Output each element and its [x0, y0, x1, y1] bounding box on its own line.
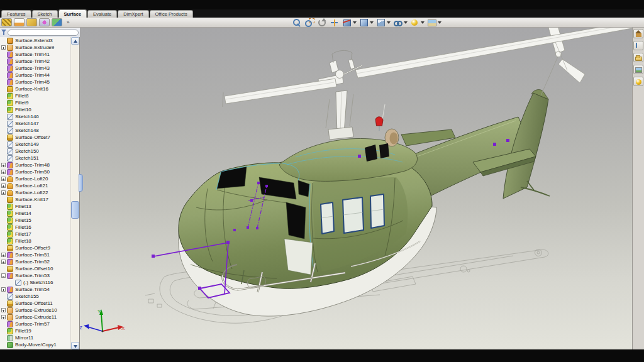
expand-box[interactable]: [1, 45, 6, 50]
design-library-button[interactable]: [633, 41, 643, 50]
rotate-view-button[interactable]: [317, 18, 327, 27]
tree-item--sketch116[interactable]: (-) Sketch116: [0, 279, 71, 286]
tree-item-surface-knit16[interactable]: Surface-Knit16: [0, 85, 71, 92]
tree-item-sketch149[interactable]: Sketch149: [0, 141, 71, 148]
view-orientation-dropdown-arrow[interactable]: [370, 21, 374, 24]
zoom-to-fit-button[interactable]: [292, 18, 302, 27]
scroll-thumb[interactable]: [71, 201, 79, 219]
tree-item-surface-trim50[interactable]: Surface-Trim50: [0, 168, 71, 175]
filter-input[interactable]: [8, 30, 79, 36]
model-canvas[interactable]: Y X Z: [80, 28, 632, 349]
tree-item-surface-trim42[interactable]: Surface-Trim42: [0, 58, 71, 65]
tree-item-surface-loft22[interactable]: Surface-Loft22: [0, 189, 71, 196]
tree-item-surface-trim52[interactable]: Surface-Trim52: [0, 258, 71, 265]
tree-item-surface-trim51[interactable]: Surface-Trim51: [0, 251, 71, 258]
file-explorer-button[interactable]: [633, 53, 643, 62]
hide-show-items-button[interactable]: [393, 18, 408, 27]
tree-item-surface-extrude10[interactable]: Surface-Extrude10: [0, 307, 71, 314]
tree-item-surface-offset9[interactable]: Surface-Offset9: [0, 244, 71, 251]
beacon-light[interactable]: [375, 104, 385, 131]
expand-box[interactable]: [1, 190, 6, 195]
tree-item-sketch150[interactable]: Sketch150: [0, 148, 71, 155]
apply-scene-button[interactable]: [427, 18, 441, 27]
tree-item-surface-trim54[interactable]: Surface-Trim54: [0, 286, 71, 293]
expand-box[interactable]: [1, 253, 6, 257]
apply-scene-dropdown-arrow[interactable]: [438, 21, 441, 24]
rotor-mast[interactable]: [326, 90, 353, 140]
tree-item-sketch146[interactable]: Sketch146: [0, 113, 71, 120]
tree-item-surface-offset7[interactable]: Surface-Offset7: [0, 134, 71, 141]
tree-item-fillet13[interactable]: Fillet13: [0, 203, 71, 210]
tree-item-surface-loft20[interactable]: Surface-Loft20: [0, 175, 71, 182]
tree-item-fillet8[interactable]: Fillet8: [0, 92, 71, 99]
display-style-dropdown-arrow[interactable]: [387, 21, 391, 24]
edit-appearance-button[interactable]: [410, 18, 425, 27]
tab-evaluate[interactable]: Evaluate: [87, 10, 117, 18]
tree-item-fillet10[interactable]: Fillet10: [0, 106, 71, 113]
pan-button[interactable]: [330, 18, 340, 27]
expand-box[interactable]: [1, 315, 6, 319]
expand-box[interactable]: [1, 184, 6, 188]
tree-item-surface-trim57[interactable]: Surface-Trim57: [0, 321, 71, 327]
tree-item-fillet15[interactable]: Fillet15: [0, 217, 71, 224]
tree-item-surface-trim45[interactable]: Surface-Trim45: [0, 79, 71, 85]
display-style-button[interactable]: [376, 18, 391, 27]
expand-box[interactable]: [1, 170, 6, 174]
tree-item-surface-trim44[interactable]: Surface-Trim44: [0, 72, 71, 79]
expand-box[interactable]: [1, 287, 6, 292]
view-palette-button[interactable]: [633, 65, 643, 74]
tree-item-surface-trim41[interactable]: Surface-Trim41: [0, 51, 71, 58]
expand-box[interactable]: [1, 177, 6, 181]
expand-box[interactable]: [1, 163, 6, 167]
tree-item-surface-extrude11[interactable]: Surface-Extrude11: [0, 314, 71, 321]
tree-item-fillet17[interactable]: Fillet17: [0, 231, 71, 238]
tree-item-fillet9[interactable]: Fillet9: [0, 99, 71, 106]
graphics-viewport[interactable]: Y X Z: [80, 28, 632, 349]
hide-show-items-dropdown-arrow[interactable]: [404, 21, 408, 24]
tree-item-fillet19[interactable]: Fillet19: [0, 327, 71, 334]
section-view-dropdown-arrow[interactable]: [353, 21, 357, 24]
tree-item-sketch151[interactable]: Sketch151: [0, 155, 71, 162]
scroll-down-button[interactable]: [71, 342, 79, 349]
tree-item-surface-extend3[interactable]: Surface-Extend3: [0, 37, 71, 44]
swept-surface-icon[interactable]: [1, 18, 12, 26]
edit-appearance-dropdown-arrow[interactable]: [421, 21, 425, 24]
extruded-surface-icon[interactable]: [14, 18, 25, 26]
tree-item-mirror11[interactable]: Mirror11: [0, 334, 71, 341]
view-orientation-button[interactable]: [359, 18, 374, 27]
tree-item-surface-knit17[interactable]: Surface-Knit17: [0, 196, 71, 203]
expand-box[interactable]: [1, 308, 6, 312]
lofted-surface-icon[interactable]: [26, 18, 37, 26]
solidworks-resources-button[interactable]: [633, 29, 643, 38]
tree-item-sketch148[interactable]: Sketch148: [0, 127, 71, 134]
tree-item-sketch155[interactable]: Sketch155: [0, 293, 71, 300]
tree-item-surface-extrude9[interactable]: Surface-Extrude9: [0, 44, 71, 51]
collapse-box[interactable]: [1, 273, 6, 278]
tree-item-surface-trim43[interactable]: Surface-Trim43: [0, 65, 71, 72]
zoom-to-area-button[interactable]: [304, 18, 314, 27]
tree-item-surface-loft21[interactable]: Surface-Loft21: [0, 182, 71, 189]
scroll-up-button[interactable]: [71, 37, 79, 45]
tree-item-body-move-copy1[interactable]: Body-Move/Copy1: [0, 341, 71, 348]
helicopter-model[interactable]: [178, 28, 632, 316]
tree-item-surface-trim53[interactable]: Surface-Trim53: [0, 272, 71, 279]
front-door-panel[interactable]: [284, 239, 313, 275]
tab-surface[interactable]: Surface: [58, 9, 87, 18]
planar-surface-icon[interactable]: [52, 18, 62, 26]
boundary-surface-icon[interactable]: [39, 18, 50, 26]
tab-features[interactable]: Features: [1, 10, 31, 18]
tree-item-surface-offset10[interactable]: Surface-Offset10: [0, 265, 71, 272]
tree-item-fillet14[interactable]: Fillet14: [0, 210, 71, 217]
panel-splitter-handle[interactable]: [79, 174, 83, 192]
tree-item-fillet18[interactable]: Fillet18: [0, 238, 71, 244]
expand-box[interactable]: [1, 260, 6, 264]
tree-item-fillet16[interactable]: Fillet16: [0, 224, 71, 231]
tree-item-surface-trim48[interactable]: Surface-Trim48: [0, 162, 71, 168]
tab-office-products[interactable]: Office Products: [150, 10, 193, 18]
tree-item-surface-offset11[interactable]: Surface-Offset11: [0, 300, 71, 307]
appearances-button[interactable]: [633, 77, 643, 86]
section-view-button[interactable]: [342, 18, 357, 27]
tab-sketch[interactable]: Sketch: [32, 10, 58, 18]
tree-scrollbar[interactable]: [70, 37, 79, 349]
tree-item-sketch147[interactable]: Sketch147: [0, 120, 71, 127]
